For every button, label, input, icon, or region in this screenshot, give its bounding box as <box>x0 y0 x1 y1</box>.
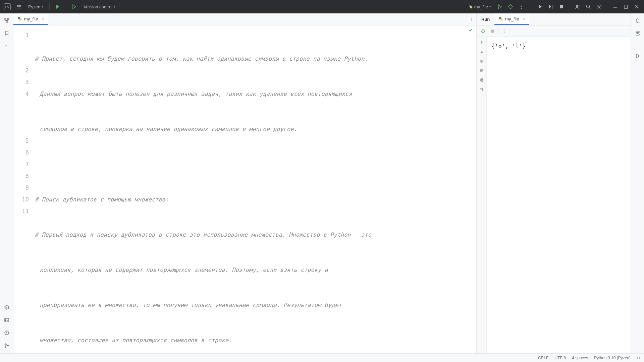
run-configuration[interactable]: my_file ▾ <box>466 4 494 10</box>
svg-point-5 <box>521 8 522 9</box>
titlebar: PC Pyzen ▾ Version control ▾ my_file ▾ <box>0 0 644 13</box>
trash-icon[interactable] <box>478 86 485 93</box>
svg-rect-13 <box>5 18 6 20</box>
more-icon[interactable] <box>2 42 11 50</box>
stop-run-icon[interactable] <box>488 27 497 36</box>
down-arrow-icon[interactable] <box>478 48 485 56</box>
svg-point-10 <box>587 5 590 8</box>
notifications-icon[interactable] <box>633 16 642 25</box>
gutter: 1 . . 2 3 4 . . . 5 6 7 8 9 10 11 <box>13 25 32 353</box>
chevron-down-icon: ▾ <box>489 5 491 8</box>
output-line: {'o', 'l'} <box>491 43 626 50</box>
svg-point-18 <box>7 46 8 46</box>
editor-column: my_file × ✔ 1 . . 2 3 4 . . . 5 6 7 <box>13 13 476 353</box>
svg-point-9 <box>578 6 579 7</box>
left-tool-stripe <box>0 13 13 353</box>
python-icon <box>468 4 473 9</box>
up-arrow-icon[interactable] <box>478 39 485 46</box>
run-panel: Run my_file × <box>476 13 631 353</box>
layers-icon[interactable] <box>2 303 11 312</box>
code-comment: множество, состоящее из повторяющихся си… <box>40 337 232 344</box>
main-content: my_file × ✔ 1 . . 2 3 4 . . . 5 6 7 <box>0 13 644 353</box>
svg-point-4 <box>521 6 522 7</box>
svg-rect-37 <box>481 79 482 80</box>
svg-point-35 <box>504 32 504 33</box>
play-icon[interactable] <box>535 2 545 11</box>
editor-tab-active[interactable]: my_file × <box>13 13 48 25</box>
editor-body[interactable]: ✔ 1 . . 2 3 4 . . . 5 6 7 8 9 10 11 # Пр… <box>13 25 476 353</box>
svg-point-1 <box>470 6 472 8</box>
run-button[interactable] <box>495 2 504 11</box>
run-menu-icon[interactable] <box>500 27 508 36</box>
close-tab-icon[interactable]: × <box>522 16 525 21</box>
svg-rect-6 <box>552 5 552 9</box>
minimize-icon[interactable] <box>610 2 620 11</box>
step-icon[interactable] <box>546 2 555 11</box>
project-selector[interactable]: Pyzen ▾ <box>25 4 46 9</box>
run-title: Run <box>477 13 494 25</box>
code-comment: символов в строке, проверка на наличие о… <box>40 126 297 132</box>
svg-rect-41 <box>638 357 640 359</box>
run-output[interactable]: {'o', 'l'} <box>487 37 631 353</box>
project-name: Pyzen <box>28 4 40 9</box>
run-header: Run my_file × <box>477 13 631 25</box>
svg-point-8 <box>576 5 578 7</box>
problems-icon[interactable] <box>2 328 11 337</box>
status-interpreter[interactable]: Python 3.10 (Pyzen) <box>594 356 631 360</box>
python-icon <box>17 16 22 21</box>
svg-point-26 <box>19 18 21 20</box>
svg-rect-12 <box>624 5 628 8</box>
debug-run-icon[interactable] <box>69 2 79 11</box>
code-area[interactable]: # Привет, сегодня мы будем говорить о то… <box>32 25 476 353</box>
right-tool-stripe <box>631 13 644 353</box>
soft-wrap-icon[interactable] <box>478 58 485 65</box>
settings-icon[interactable] <box>594 2 604 11</box>
debug-button[interactable] <box>506 2 515 11</box>
terminal-icon[interactable] <box>2 316 11 324</box>
tabs-menu-icon[interactable] <box>466 13 476 25</box>
scroll-to-end-icon[interactable] <box>478 67 485 74</box>
chevron-down-icon: ▾ <box>114 5 115 8</box>
bookmarks-icon[interactable] <box>2 29 11 38</box>
vcs-label: Version control <box>84 4 112 9</box>
code-with-me-icon[interactable] <box>573 2 582 11</box>
status-encoding[interactable]: UTF-8 <box>554 356 566 360</box>
run-icon[interactable] <box>53 2 62 11</box>
main-menu-icon[interactable] <box>14 2 23 11</box>
svg-point-23 <box>5 346 6 348</box>
status-line-separator[interactable]: CRLF <box>538 356 548 360</box>
code-comment: # Первый подход к поиску дубликатов в ст… <box>35 231 375 238</box>
print-icon[interactable] <box>478 76 485 84</box>
maximize-icon[interactable] <box>621 2 631 11</box>
lock-icon[interactable] <box>637 355 641 360</box>
svg-point-17 <box>6 46 7 46</box>
app-logo[interactable]: PC <box>3 2 12 11</box>
svg-rect-15 <box>6 21 7 22</box>
svg-point-27 <box>471 17 472 18</box>
separator <box>66 3 66 10</box>
more-actions-icon[interactable] <box>517 2 526 11</box>
close-window-icon[interactable] <box>632 2 641 11</box>
rerun-icon[interactable] <box>479 27 487 36</box>
search-everywhere-icon[interactable] <box>584 2 593 11</box>
stop-icon[interactable] <box>557 2 566 11</box>
separator <box>49 3 50 10</box>
structure-icon[interactable] <box>2 16 11 25</box>
run-tab-active[interactable]: my_file × <box>494 13 529 25</box>
close-tab-icon[interactable]: × <box>41 16 44 21</box>
svg-rect-7 <box>560 5 563 8</box>
version-control-button[interactable]: Version control ▾ <box>81 4 118 9</box>
run-config-name: my_file <box>474 4 488 9</box>
run-tab-label: my_file <box>505 16 519 21</box>
status-indent[interactable]: 4 spaces <box>572 356 588 360</box>
git-icon[interactable] <box>2 341 11 350</box>
editor-tabs: my_file × <box>13 13 476 25</box>
run-tool-icon[interactable] <box>633 52 642 60</box>
svg-point-22 <box>5 344 6 345</box>
run-toolbar <box>477 25 631 37</box>
tab-label: my_file <box>24 16 38 21</box>
svg-rect-40 <box>636 34 639 35</box>
database-icon[interactable] <box>633 29 642 38</box>
svg-point-21 <box>6 334 7 335</box>
svg-point-2 <box>509 5 512 8</box>
